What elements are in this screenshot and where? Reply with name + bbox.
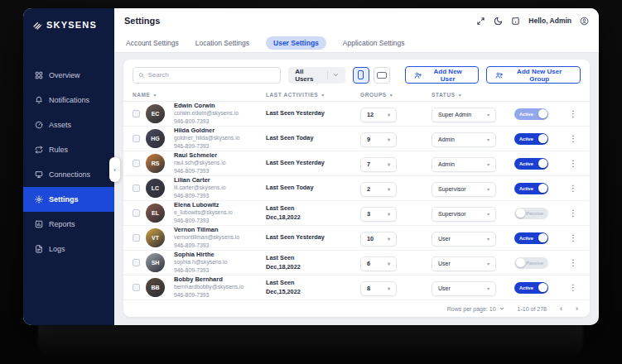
sidebar-item-connections[interactable]: Connections xyxy=(23,162,114,187)
groups-count: 9 xyxy=(367,136,370,143)
sidebar-item-reports[interactable]: Reports xyxy=(23,212,114,237)
role-value: Admin xyxy=(438,161,455,167)
toggle-knob xyxy=(538,109,547,118)
tab-user-settings[interactable]: User Settings xyxy=(266,36,326,50)
last-activity: Last Seen Dec,15,2022 xyxy=(266,279,360,297)
sidebar-item-settings[interactable]: Settings xyxy=(23,187,114,212)
expand-icon[interactable] xyxy=(476,17,485,26)
status-toggle[interactable]: Active xyxy=(514,183,548,194)
repeat-arrows-icon xyxy=(35,146,43,154)
add-new-user-group-button[interactable]: Add New User Group xyxy=(486,66,581,84)
bell-icon xyxy=(35,96,43,104)
row-checkbox[interactable] xyxy=(133,160,140,167)
row-menu-button[interactable]: ⋮ xyxy=(566,234,581,242)
users-filter-dropdown[interactable]: All Users xyxy=(288,67,345,84)
table-row: EC Edwin Corwin corwin.edwin@skysens.io … xyxy=(123,102,590,127)
groups-dropdown[interactable]: 6▾ xyxy=(360,256,397,271)
role-dropdown[interactable]: Supervisor▾ xyxy=(432,207,496,222)
groups-count: 7 xyxy=(367,160,370,168)
role-dropdown[interactable]: Supervisor▾ xyxy=(432,182,496,197)
status-toggle[interactable]: Active xyxy=(514,232,548,244)
card-view-button[interactable] xyxy=(353,67,369,84)
groups-dropdown[interactable]: 9▾ xyxy=(360,132,397,147)
status-toggle[interactable]: Passive xyxy=(514,208,548,219)
last-activity: Last Seen Dec,18,2022 xyxy=(266,204,360,223)
rows-per-page-dropdown[interactable]: Rows per page: 10 xyxy=(447,306,504,312)
search-input[interactable] xyxy=(147,71,275,79)
groups-count: 12 xyxy=(367,111,374,118)
add-new-user-group-label: Add New User Group xyxy=(507,68,571,83)
toggle-label: Active xyxy=(519,186,533,191)
groups-dropdown[interactable]: 10▾ xyxy=(360,232,397,247)
row-checkbox[interactable] xyxy=(133,110,140,117)
groups-dropdown[interactable]: 8▾ xyxy=(360,281,397,296)
row-menu-button[interactable]: ⋮ xyxy=(566,184,581,193)
account-circle-icon[interactable] xyxy=(580,17,589,26)
column-header-groups[interactable]: Groups▼ xyxy=(360,92,432,98)
tab-account-settings[interactable]: Account Settings xyxy=(126,39,179,47)
moon-icon[interactable] xyxy=(494,17,503,26)
row-checkbox[interactable] xyxy=(133,209,140,217)
role-dropdown[interactable]: Admin▾ xyxy=(432,157,496,172)
row-menu-button[interactable]: ⋮ xyxy=(566,110,581,118)
role-dropdown[interactable]: Admin▾ xyxy=(432,132,496,147)
row-menu-button[interactable]: ⋮ xyxy=(566,135,581,143)
role-dropdown[interactable]: User▾ xyxy=(432,281,496,296)
next-page-button[interactable]: › xyxy=(576,304,578,313)
sort-icon: ▼ xyxy=(153,93,158,98)
row-menu-button[interactable]: ⋮ xyxy=(566,259,581,267)
status-toggle[interactable]: Active xyxy=(514,282,548,294)
row-checkbox[interactable] xyxy=(133,135,140,142)
status-toggle[interactable]: Active xyxy=(514,108,548,120)
sidebar-collapse-handle[interactable]: ‹ xyxy=(109,157,120,182)
user-name: Lilian Carter xyxy=(174,176,266,184)
row-checkbox[interactable] xyxy=(133,184,140,192)
row-checkbox[interactable] xyxy=(133,259,140,266)
groups-dropdown[interactable]: 3▾ xyxy=(360,207,397,222)
user-name: Raul Schmeler xyxy=(174,151,266,159)
row-menu-button[interactable]: ⋮ xyxy=(566,284,581,292)
row-menu-button[interactable]: ⋮ xyxy=(566,160,581,168)
user-identity: Hilda Goldner goldner_hilda@skysens.io 9… xyxy=(174,127,266,151)
tab-application-settings[interactable]: Application Settings xyxy=(343,39,405,47)
divider xyxy=(327,71,328,79)
sidebar-item-label: Assets xyxy=(49,121,71,129)
groups-dropdown[interactable]: 2▾ xyxy=(360,182,397,197)
column-header-status[interactable]: Status▼ xyxy=(432,92,514,98)
sidebar-item-assets[interactable]: Assets xyxy=(23,113,114,137)
user-email: sophia.h@skysens.io xyxy=(174,258,266,266)
role-dropdown[interactable]: Super Admin▾ xyxy=(432,108,496,122)
groups-dropdown[interactable]: 12▾ xyxy=(360,108,397,122)
sidebar-item-notifications[interactable]: Notifications xyxy=(23,88,114,113)
previous-page-button[interactable]: ‹ xyxy=(560,304,562,313)
user-name: Edwin Corwin xyxy=(174,102,266,109)
sidebar-item-label: Reports xyxy=(49,220,75,228)
chevron-down-icon: ▾ xyxy=(388,136,390,142)
list-view-button[interactable] xyxy=(374,67,390,84)
column-header-last-activities[interactable]: Last Activities▼ xyxy=(266,92,360,98)
row-checkbox[interactable] xyxy=(133,284,140,291)
user-name: Vernon Tillman xyxy=(174,226,266,233)
sidebar-item-overview[interactable]: Overview xyxy=(23,63,114,88)
status-toggle[interactable]: Passive xyxy=(514,257,548,269)
monitor-icon xyxy=(35,170,43,179)
status-toggle[interactable]: Active xyxy=(514,133,548,145)
inbox-box-icon[interactable] xyxy=(511,17,520,26)
sidebar-item-logs[interactable]: Logs xyxy=(23,237,114,261)
role-dropdown[interactable]: User▾ xyxy=(432,232,496,247)
search-input-wrapper xyxy=(133,67,281,84)
column-header-name[interactable]: Name▼ xyxy=(133,92,266,98)
add-new-user-button[interactable]: Add New User xyxy=(405,66,479,84)
tab-location-settings[interactable]: Location Settings xyxy=(195,39,249,47)
row-checkbox[interactable] xyxy=(133,234,140,242)
row-menu-button[interactable]: ⋮ xyxy=(566,209,581,218)
status-toggle[interactable]: Active xyxy=(514,158,548,170)
groups-dropdown[interactable]: 7▾ xyxy=(360,157,397,172)
sidebar-item-rules[interactable]: Rules xyxy=(23,137,114,162)
role-dropdown[interactable]: User▾ xyxy=(432,256,496,271)
table-row: VT Vernon Tillman vernontillman@skysens.… xyxy=(123,226,590,251)
user-identity: Bobby Bernhard bernhardbobby@skysens.io … xyxy=(174,275,266,299)
user-phone: 946-809-7393 xyxy=(174,142,266,151)
chevron-down-icon: ▾ xyxy=(388,261,390,266)
table-row: RS Raul Schmeler raul.sch@skysens.io 946… xyxy=(123,151,590,176)
